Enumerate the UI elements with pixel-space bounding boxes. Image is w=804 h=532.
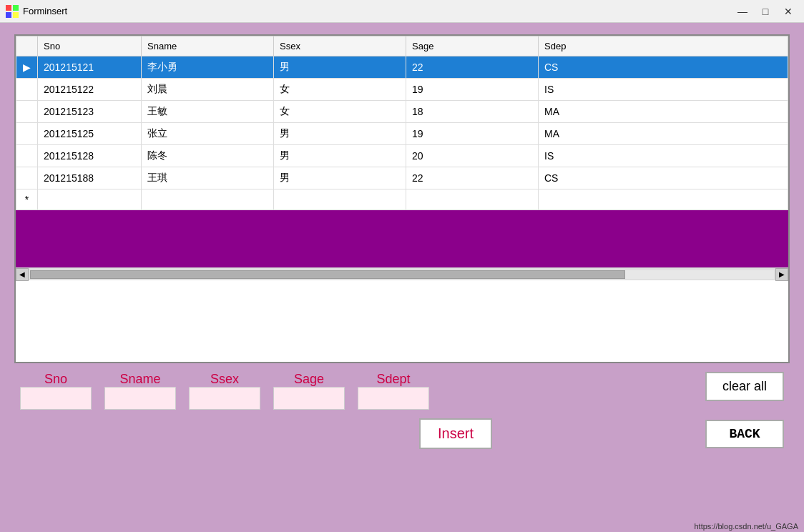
- cell-sdept: IS: [539, 145, 788, 167]
- cell-sno: 201215188: [38, 167, 142, 189]
- minimize-button[interactable]: —: [732, 3, 752, 20]
- cell-sname: 王敏: [142, 101, 274, 123]
- col-header-ssex: Ssex: [274, 36, 406, 56]
- input-sno[interactable]: [20, 387, 92, 410]
- col-header-sdept: Sdep: [539, 36, 788, 56]
- field-group-sage: Sage: [273, 372, 345, 410]
- col-header-sno: Sno: [38, 36, 142, 56]
- input-sname[interactable]: [104, 387, 176, 410]
- maximize-button[interactable]: □: [755, 3, 775, 20]
- new-row-indicator: *: [16, 189, 38, 210]
- svg-rect-2: [6, 12, 11, 18]
- row-indicator: ▶: [16, 56, 38, 79]
- input-sage[interactable]: [273, 387, 345, 410]
- status-text: https://blog.csdn.net/u_GAGA: [694, 522, 798, 531]
- scrollbar-track[interactable]: [30, 270, 774, 279]
- cell-sdept: IS: [539, 79, 788, 101]
- row-indicator: [16, 101, 38, 123]
- row-indicator: [16, 79, 38, 101]
- table-row[interactable]: 201215123王敏女18MA: [16, 101, 788, 123]
- cell-sname: 王琪: [142, 167, 274, 189]
- cell-sname: 李小勇: [142, 56, 274, 79]
- cell-sno: 201215121: [38, 56, 142, 79]
- cell-ssex: 男: [274, 123, 406, 145]
- data-table: Sno Sname Ssex Sage Sdep ▶201215121李小勇男2…: [16, 36, 788, 210]
- svg-rect-3: [13, 12, 19, 18]
- scrollbar-thumb[interactable]: [30, 270, 625, 279]
- cell-sno: 201215125: [38, 123, 142, 145]
- row-indicator: [16, 167, 38, 189]
- cell-sdept: MA: [539, 101, 788, 123]
- cell-sdept: CS: [539, 167, 788, 189]
- cell-ssex: 男: [274, 145, 406, 167]
- horizontal-scrollbar[interactable]: ◀ ▶: [16, 267, 788, 280]
- input-ssex[interactable]: [189, 387, 260, 410]
- cell-ssex: 男: [274, 56, 406, 79]
- label-sname: Sname: [119, 372, 160, 387]
- svg-rect-0: [6, 5, 11, 11]
- field-group-sdept: Sdept: [358, 372, 429, 410]
- new-row-cell[interactable]: [38, 189, 142, 210]
- window-controls: — □ ✕: [732, 3, 798, 20]
- row-indicator: [16, 123, 38, 145]
- col-header-sname: Sname: [142, 36, 274, 56]
- cell-sno: 201215128: [38, 145, 142, 167]
- col-header-sage: Sage: [406, 36, 539, 56]
- table-row[interactable]: 201215188王琪男22CS: [16, 167, 788, 189]
- clear-all-button[interactable]: clear all: [705, 372, 784, 401]
- right-buttons: clear all: [705, 372, 784, 401]
- new-row-cell[interactable]: [142, 189, 274, 210]
- cell-sage: 20: [406, 145, 539, 167]
- scroll-left-button[interactable]: ◀: [16, 268, 29, 281]
- form-area: Sno Sname Ssex Sage: [14, 372, 790, 449]
- back-button[interactable]: BACK: [705, 420, 784, 448]
- cell-sdept: CS: [539, 56, 788, 79]
- table-row[interactable]: 201215128陈冬男20IS: [16, 145, 788, 167]
- new-row-cell[interactable]: [539, 189, 788, 210]
- table-container: Sno Sname Ssex Sage Sdep ▶201215121李小勇男2…: [14, 34, 790, 363]
- cell-sname: 刘晨: [142, 79, 274, 101]
- insert-button[interactable]: Insert: [419, 418, 492, 449]
- cell-sdept: MA: [539, 123, 788, 145]
- input-sdept[interactable]: [358, 387, 429, 410]
- new-row-cell[interactable]: [274, 189, 406, 210]
- status-bar: https://blog.csdn.net/u_GAGA: [694, 522, 798, 531]
- cell-ssex: 女: [274, 101, 406, 123]
- cell-ssex: 女: [274, 79, 406, 101]
- cell-sage: 19: [406, 123, 539, 145]
- table-row[interactable]: ▶201215121李小勇男22CS: [16, 56, 788, 79]
- close-button[interactable]: ✕: [778, 3, 798, 20]
- table-header-row: Sno Sname Ssex Sage Sdep: [16, 36, 788, 56]
- cell-sage: 19: [406, 79, 539, 101]
- main-content: Sno Sname Ssex Sage Sdep ▶201215121李小勇男2…: [0, 23, 804, 532]
- table-row[interactable]: 201215125张立男19MA: [16, 123, 788, 145]
- label-sno: Sno: [44, 372, 67, 387]
- cell-sage: 22: [406, 167, 539, 189]
- col-header-indicator: [16, 36, 38, 56]
- cell-sno: 201215122: [38, 79, 142, 101]
- purple-bar: [16, 210, 788, 267]
- label-ssex: Ssex: [210, 372, 239, 387]
- title-bar: Forminsert — □ ✕: [0, 0, 804, 23]
- field-group-sno: Sno: [20, 372, 92, 410]
- cell-ssex: 男: [274, 167, 406, 189]
- field-group-sname: Sname: [104, 372, 176, 410]
- cell-sage: 18: [406, 101, 539, 123]
- label-sdept: Sdept: [376, 372, 410, 387]
- svg-rect-1: [13, 5, 19, 11]
- window-title: Forminsert: [23, 6, 732, 16]
- scroll-right-button[interactable]: ▶: [775, 268, 788, 281]
- cell-sage: 22: [406, 56, 539, 79]
- form-fields-container: Sno Sname Ssex Sage: [20, 372, 705, 410]
- cell-sno: 201215123: [38, 101, 142, 123]
- app-icon: [6, 5, 19, 18]
- new-row-cell[interactable]: [406, 189, 539, 210]
- cell-sname: 陈冬: [142, 145, 274, 167]
- label-sage: Sage: [294, 372, 324, 387]
- cell-sname: 张立: [142, 123, 274, 145]
- row-indicator: [16, 145, 38, 167]
- table-row[interactable]: 201215122刘晨女19IS: [16, 79, 788, 101]
- table-new-row: *: [16, 189, 788, 210]
- field-group-ssex: Ssex: [189, 372, 260, 410]
